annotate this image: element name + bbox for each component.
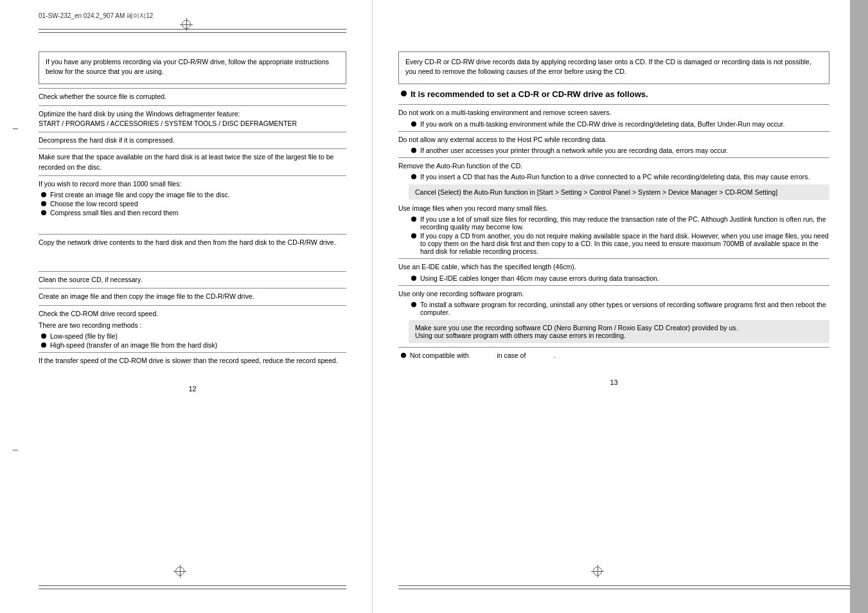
- divider-4: [39, 148, 346, 149]
- autorun-highlight: Cancel (Select) the Auto-Run function in…: [409, 184, 829, 200]
- bottom-note: Not compatible with in case of .: [398, 351, 829, 359]
- right-intro-text: Every CD-R or CD-RW drive records data b…: [405, 57, 822, 76]
- r-bullet-icon-3: [411, 174, 416, 179]
- intro-box: If you have any problems recording via y…: [39, 51, 346, 84]
- bottom-crosshair-right: [591, 565, 604, 578]
- r-section-2-title: Do not allow any external access to the …: [398, 135, 829, 145]
- divider-5: [39, 175, 346, 176]
- r-section-6-content: To install a software program for record…: [398, 301, 829, 343]
- bottom-line1: [39, 585, 346, 586]
- page-container: 01-SW-232_en 024.2_907 AM 페이지12 If you h…: [0, 0, 868, 613]
- item-2: Optimize the hard disk by using the Wind…: [39, 109, 346, 129]
- r-section-5-content: Using E-IDE cables longer than 46cm may …: [398, 274, 829, 282]
- r-section-3-title: Remove the Auto-Run function of the CD.: [398, 161, 829, 171]
- r-divider-3: [398, 157, 829, 158]
- main-bullet-icon: [401, 91, 407, 96]
- r-bullet-icon-7: [411, 302, 416, 307]
- r-section-4-content: If you use a lot of small size files for…: [398, 215, 829, 255]
- right-intro-box: Every CD-R or CD-RW drive records data b…: [398, 51, 829, 84]
- divider-2: [39, 105, 346, 106]
- r-section-1-title: Do not work on a multi-tasking environme…: [398, 108, 829, 118]
- r-bullet-icon-2: [411, 148, 416, 153]
- left-tick-2: [13, 450, 18, 450]
- right-page-number: 13: [398, 378, 829, 386]
- r-divider-5: [398, 258, 829, 259]
- main-bullet-text: It is recommended to set a CD-R or CD-RW…: [411, 89, 648, 99]
- software-highlight: Make sure you use the recording software…: [409, 320, 829, 343]
- item-1: Check whether the source file is corrupt…: [39, 92, 346, 102]
- divider-3: [39, 132, 346, 132]
- item-3: Decompress the hard disk if it is compre…: [39, 136, 346, 145]
- intro-text: If you have any problems recording via y…: [46, 57, 339, 76]
- r-bullet-icon-5: [411, 233, 416, 238]
- item-8: Create an image file and then copy the i…: [39, 292, 346, 301]
- divider-7: [39, 271, 346, 272]
- r-divider-2: [398, 131, 829, 132]
- bottom-line2: [39, 589, 346, 589]
- item-9: Check the CD-ROM drive record speed. The…: [39, 309, 346, 349]
- r-divider-bottom: [398, 347, 829, 348]
- divider-9: [39, 305, 346, 306]
- top-line2: [39, 32, 346, 33]
- r-divider-1: [398, 104, 829, 105]
- r-bullet-4: If you use a lot of small size files for…: [409, 215, 829, 231]
- spacer-2: [39, 249, 346, 268]
- sub-bullet-2: Choose the low record speed: [39, 200, 346, 208]
- bullet-icon-3: [41, 210, 46, 215]
- item-4: Make sure that the space available on th…: [39, 152, 346, 172]
- item-10: If the transfer speed of the CD-ROM driv…: [39, 356, 346, 366]
- r-section-3-content: If you insert a CD that has the Auto-Run…: [398, 173, 829, 200]
- r-bullet-icon-4: [411, 217, 416, 222]
- left-page: 01-SW-232_en 024.2_907 AM 페이지12 If you h…: [0, 0, 373, 613]
- bottom-bullet-icon: [401, 353, 406, 358]
- left-tick-1: [13, 129, 18, 129]
- r-bullet-1: If you work on a multi-tasking environme…: [409, 120, 829, 128]
- r-bottom-line1: [398, 585, 850, 586]
- r-section-5-title: Use an E-IDE cable, which has the specif…: [398, 262, 829, 272]
- r-section-4-title: Use image files when you record many sma…: [398, 204, 829, 213]
- spacer-1: [39, 218, 346, 231]
- r-section-1-content: If you work on a multi-tasking environme…: [398, 120, 829, 128]
- divider-6: [39, 234, 346, 235]
- r-bullet-6: Using E-IDE cables longer than 46cm may …: [409, 274, 829, 282]
- left-page-number: 12: [39, 385, 346, 393]
- right-page: Every CD-R or CD-RW drive records data b…: [373, 0, 868, 613]
- r-bullet-3: If you insert a CD that has the Auto-Run…: [409, 173, 829, 181]
- sub-bullet-4: Low-speed (file by file): [39, 332, 346, 340]
- r-section-2-content: If another user accesses your printer th…: [398, 147, 829, 154]
- divider-1: [39, 88, 346, 89]
- sub-bullet-5: High-speed (transfer of an image file fr…: [39, 341, 346, 349]
- r-section-6-title: Use only one recording software program.: [398, 289, 829, 299]
- r-divider-6: [398, 285, 829, 286]
- bullet-icon-5: [41, 342, 46, 348]
- bullet-icon-4: [41, 333, 46, 339]
- r-bullet-2: If another user accesses your printer th…: [409, 147, 829, 154]
- r-bullet-icon-1: [411, 121, 416, 127]
- r-bottom-line2: [398, 589, 850, 589]
- bullet-icon-1: [41, 192, 46, 197]
- r-bullet-icon-6: [411, 276, 416, 281]
- sub-bullet-3: Compress small files and then record the…: [39, 209, 346, 217]
- items-list: Check whether the source file is corrupt…: [39, 88, 346, 366]
- sub-bullet-1: First create an image file and copy the …: [39, 191, 346, 199]
- divider-10: [39, 352, 346, 353]
- item-5: If you wish to record more than 1000 sma…: [39, 179, 346, 217]
- bottom-crosshair-left: [173, 565, 186, 578]
- header-text: 01-SW-232_en 024.2_907 AM 페이지12: [39, 12, 153, 21]
- bullet-icon-2: [41, 201, 46, 206]
- r-bullet-7: To install a software program for record…: [409, 301, 829, 316]
- top-line: [39, 29, 346, 30]
- main-bullet: It is recommended to set a CD-R or CD-RW…: [398, 89, 829, 99]
- divider-8: [39, 288, 346, 289]
- right-sidebar: [850, 0, 868, 613]
- r-bullet-5: If you copy a CD from another, you do no…: [409, 232, 829, 255]
- item-6: Copy the network drive contents to the h…: [39, 238, 346, 247]
- item-7: Clean the source CD, if necessary.: [39, 275, 346, 285]
